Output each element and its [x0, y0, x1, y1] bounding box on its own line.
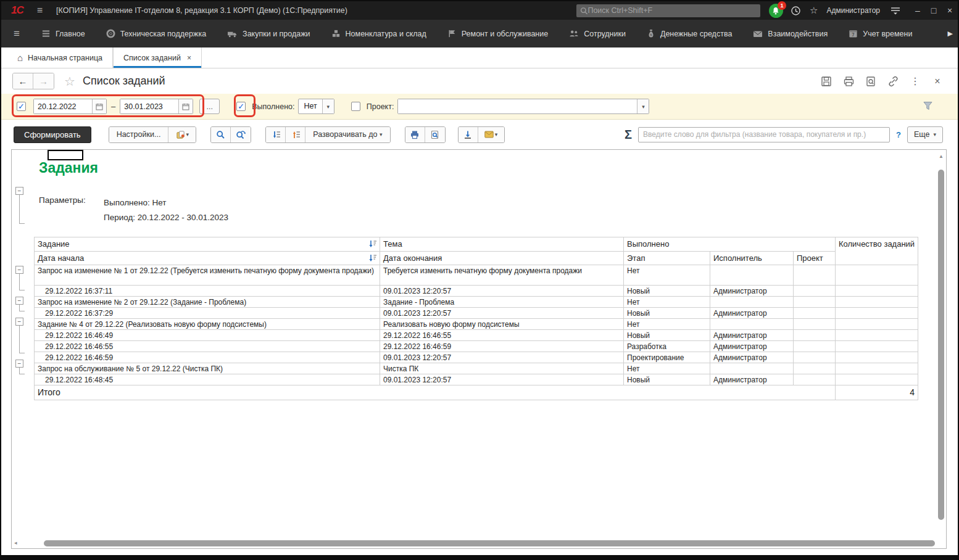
save-icon[interactable] — [820, 75, 833, 88]
scroll-up-icon[interactable]: ▲ — [937, 154, 945, 159]
cell-count[interactable] — [836, 319, 918, 330]
print-report-button[interactable] — [405, 127, 425, 142]
cell-task[interactable]: Запрос на изменение № 1 от 29.12.22 (Тре… — [35, 265, 380, 286]
cell-stage[interactable]: Проектирование — [624, 352, 710, 363]
cell-done[interactable]: Нет — [624, 363, 710, 374]
menu-item-repair[interactable]: Ремонт и обслуживание — [437, 20, 558, 47]
cell-stage[interactable]: Новый — [624, 286, 710, 297]
cell-task[interactable]: Задание № 4 от 29.12.22 (Реализовать нов… — [35, 319, 380, 330]
column-header-project[interactable]: Проект — [794, 252, 836, 265]
cell-done[interactable]: Нет — [624, 297, 710, 308]
chevron-down-icon[interactable]: ▾ — [322, 99, 334, 113]
period-checkbox[interactable]: ✓ — [17, 102, 26, 111]
cell-count[interactable] — [836, 330, 918, 341]
calendar-icon[interactable] — [178, 99, 193, 113]
cell-end[interactable]: 09.01.2023 12:20:57 — [380, 374, 624, 385]
cell-theme[interactable]: Чистка ПК — [380, 363, 624, 374]
global-search-box[interactable] — [576, 4, 760, 17]
cell-count[interactable] — [836, 352, 918, 363]
cell-project[interactable] — [794, 265, 836, 286]
cell-task[interactable]: Запрос на обслуживание № 5 от 29.12.22 (… — [35, 363, 380, 374]
cell-count[interactable] — [836, 286, 918, 297]
collapse-group-1-icon[interactable]: − — [15, 266, 23, 274]
column-header-stage[interactable]: Этап — [624, 252, 710, 265]
cell-start[interactable]: 29.12.2022 16:46:55 — [35, 341, 380, 352]
generate-report-button[interactable]: Сформировать — [14, 126, 91, 143]
filter-funnel-icon[interactable] — [923, 101, 933, 113]
tab-home[interactable]: ⌂ Начальная страница — [7, 47, 113, 68]
date-to-input[interactable] — [120, 99, 178, 113]
cell-stage[interactable]: Новый — [624, 374, 710, 385]
send-email-button[interactable]: ▾ — [478, 127, 504, 142]
cell-executor[interactable]: Администратор — [710, 374, 794, 385]
cell-project[interactable] — [794, 352, 836, 363]
collapse-group-4-icon[interactable]: − — [15, 360, 23, 368]
horizontal-scrollbar[interactable]: ◂ — [13, 540, 936, 547]
cell-project[interactable] — [794, 308, 836, 319]
cell-stage[interactable]: Новый — [624, 330, 710, 341]
column-header-task[interactable]: Задание — [35, 237, 380, 252]
cell-start[interactable]: 29.12.2022 16:48:45 — [35, 374, 380, 385]
expand-groups-button[interactable] — [266, 127, 286, 142]
report-variants-button[interactable]: ▾ — [168, 127, 196, 142]
cell-end[interactable]: 09.01.2023 12:20:57 — [380, 352, 624, 363]
collapse-groups-button[interactable] — [286, 127, 305, 142]
cell-done[interactable]: Нет — [624, 265, 710, 286]
cell-start[interactable]: 29.12.2022 16:46:59 — [35, 352, 380, 363]
cell-project[interactable] — [794, 363, 836, 374]
column-header-start-date[interactable]: Дата начала — [35, 252, 380, 265]
cell-executor[interactable]: Администратор — [710, 352, 794, 363]
cell-theme[interactable]: Задание - Проблема — [380, 297, 624, 308]
tab-close-icon[interactable]: × — [187, 54, 191, 62]
maximize-button[interactable]: □ — [926, 6, 942, 15]
cell-project[interactable] — [794, 341, 836, 352]
cell-executor[interactable] — [710, 297, 794, 308]
vertical-scrollbar[interactable]: ▲ — [937, 151, 945, 538]
expand-to-button[interactable]: Разворачивать до ▾ — [305, 127, 389, 142]
cell-count[interactable] — [836, 297, 918, 308]
done-filter-select[interactable]: Нет ▾ — [298, 99, 334, 114]
cell-project[interactable] — [794, 297, 836, 308]
favorite-star-icon[interactable]: ☆ — [64, 74, 75, 89]
collapse-group-3-icon[interactable]: − — [15, 318, 23, 326]
cell-count[interactable] — [836, 363, 918, 374]
cell-count[interactable] — [836, 265, 918, 286]
menu-item-money[interactable]: s Денежные средства — [636, 20, 742, 47]
chevron-down-icon[interactable]: ▾ — [637, 99, 649, 113]
more-button[interactable]: Еще▾ — [907, 126, 943, 143]
service-menu-icon[interactable] — [890, 6, 901, 15]
collapse-report-group-icon[interactable]: − — [15, 187, 23, 195]
close-form-icon[interactable]: × — [931, 75, 944, 88]
print-icon[interactable] — [842, 75, 855, 88]
menu-item-tech-support[interactable]: Техническая поддержка — [96, 20, 217, 47]
calendar-icon[interactable] — [92, 99, 106, 113]
save-result-button[interactable] — [459, 127, 478, 142]
cell-end[interactable]: 29.12.2022 16:46:55 — [380, 330, 624, 341]
cell-executor[interactable] — [710, 319, 794, 330]
minimize-button[interactable]: – — [910, 6, 926, 15]
cell-count[interactable] — [836, 374, 918, 385]
menu-overflow-icon[interactable]: ▶ — [948, 30, 953, 38]
more-actions-kebab-icon[interactable]: ⋮ — [908, 75, 922, 88]
column-header-end-date[interactable]: Дата окончания — [380, 252, 624, 265]
preview-icon[interactable] — [864, 75, 878, 88]
quick-filter-input[interactable] — [638, 127, 890, 142]
history-icon[interactable] — [791, 6, 801, 16]
cell-end[interactable]: 09.01.2023 12:20:57 — [380, 308, 624, 319]
cell-executor[interactable] — [710, 363, 794, 374]
selected-cell[interactable] — [48, 150, 83, 160]
cell-start[interactable]: 29.12.2022 16:37:29 — [35, 308, 380, 319]
cell-executor[interactable]: Администратор — [710, 286, 794, 297]
print-preview-button[interactable] — [425, 127, 445, 142]
sections-list-icon[interactable]: ≡ — [14, 28, 20, 40]
cell-project[interactable] — [794, 330, 836, 341]
settings-button[interactable]: Настройки... — [109, 127, 169, 142]
close-window-button[interactable]: × — [942, 6, 958, 15]
cell-stage[interactable]: Разработка — [624, 341, 710, 352]
cell-done[interactable]: Нет — [624, 319, 710, 330]
find-next-button[interactable] — [231, 127, 251, 142]
cell-project[interactable] — [794, 286, 836, 297]
cell-start[interactable]: 29.12.2022 16:46:49 — [35, 330, 380, 341]
menu-item-employees[interactable]: Сотрудники — [558, 20, 636, 47]
menu-item-purchases-sales[interactable]: Закупки и продажи — [217, 20, 321, 47]
